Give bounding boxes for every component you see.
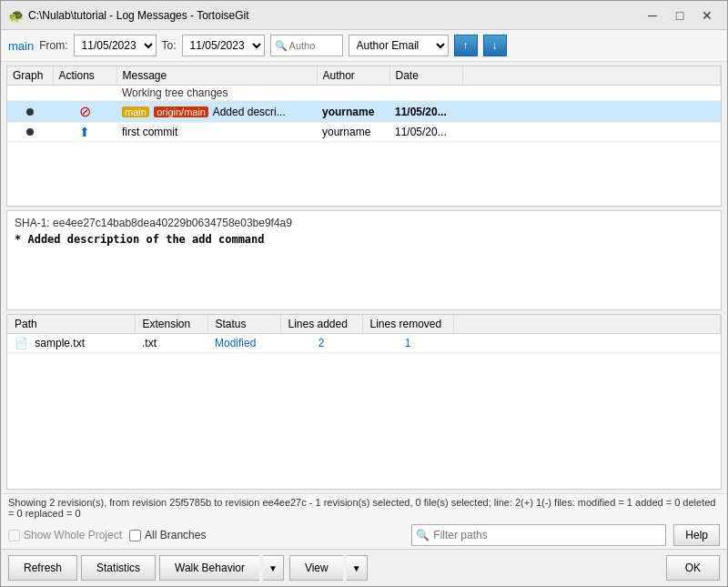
file-lines-removed: 1 [362,334,453,353]
window-controls: ─ □ ✕ [640,5,720,26]
row2-graph [7,123,53,142]
toolbar: main From: 11/05/2023 To: 11/05/2023 🔍 A… [1,30,727,62]
minimize-button[interactable]: ─ [640,5,665,26]
row2-date: 11/05/20... [389,123,462,142]
from-label: From: [39,39,67,52]
file-status: Modified [207,334,280,353]
show-whole-project-label: Show Whole Project [8,529,122,541]
file-path: 📄 sample.txt [7,334,135,353]
file-col-status: Status [207,315,280,334]
main-window: 🐢 C:\Nulab\tutorial - Log Messages - Tor… [0,0,728,587]
col-date: Date [389,66,462,86]
titlebar: 🐢 C:\Nulab\tutorial - Log Messages - Tor… [1,1,727,30]
search-box: 🔍 [270,35,343,56]
up-button[interactable]: ↑ [454,35,478,56]
filter-search-icon: 🔍 [416,529,430,541]
tag-origin: origin/main [154,106,208,117]
status-bar: Showing 2 revision(s), from revision 25f… [1,493,727,521]
row1-actions: ⊘ [53,101,116,123]
to-date-select[interactable]: 11/05/2023 [182,35,265,56]
all-branches-checkbox[interactable] [129,530,141,541]
file-col-ext: Extension [135,315,207,334]
show-whole-project-checkbox[interactable] [8,530,20,541]
close-button[interactable]: ✕ [694,5,720,26]
maximize-button[interactable]: □ [667,5,693,26]
working-tree-row: Working tree changes [7,86,721,101]
view-button[interactable]: View [289,555,343,581]
bottom-options: Show Whole Project All Branches 🔍 Help [1,521,727,549]
author-email-select[interactable]: Author Email [349,35,449,56]
row2-author: yourname [317,123,389,142]
graph-dot-2 [26,128,34,136]
file-col-extra [453,315,721,334]
branch-link[interactable]: main [8,39,34,53]
row1-message: main origin/main Added descri... [116,101,317,123]
push-icon: ⬆ [79,125,90,139]
col-author: Author [317,66,389,86]
statistics-button[interactable]: Statistics [81,555,156,581]
window-title: C:\Nulab\tutorial - Log Messages - Torto… [28,9,640,22]
log-table-container: Graph Actions Message Author Date Workin… [6,66,722,207]
row1-message-text: Added descri... [213,106,286,118]
row1-date: 11/05/20... [389,101,462,123]
to-label: To: [162,39,177,52]
wt-graph [7,86,53,101]
col-message: Message [116,66,317,86]
file-col-removed: Lines removed [362,315,453,334]
refresh-button[interactable]: Refresh [8,555,77,581]
wt-actions [53,86,116,101]
file-lines-added: 2 [280,334,362,353]
tag-main: main [122,106,149,117]
commit-message: * Added description of the add command [15,233,713,246]
status-text: Showing 2 revision(s), from revision 25f… [8,497,715,519]
col-graph: Graph [7,66,53,86]
wt-author [317,86,389,101]
row2-message: first commit [116,123,317,142]
search-icon: 🔍 [275,40,288,52]
help-button[interactable]: Help [673,524,720,546]
detail-panel: SHA-1: ee4ee27c14bab8dea40229b0634758e03… [6,210,722,310]
wt-message: Working tree changes [116,86,317,101]
wt-date [389,86,462,101]
sha-line: SHA-1: ee4ee27c14bab8dea40229b0634758e03… [15,217,713,229]
files-table: Path Extension Status Lines added Lines … [7,315,721,353]
graph-dot [26,108,34,116]
file-col-added: Lines added [280,315,362,334]
col-actions: Actions [53,66,116,86]
files-panel: Path Extension Status Lines added Lines … [6,314,722,490]
app-icon: 🐢 [8,8,23,23]
file-icon: 📄 [15,337,28,349]
log-table: Graph Actions Message Author Date Workin… [7,66,721,142]
down-button[interactable]: ↓ [483,35,507,56]
file-ext: .txt [135,334,207,353]
from-date-select[interactable]: 11/05/2023 [74,35,157,56]
sha-label: SHA-1: [15,217,50,229]
error-icon: ⊘ [79,104,91,119]
file-col-path: Path [7,315,135,334]
file-row-1[interactable]: 📄 sample.txt .txt Modified 2 1 [7,334,721,353]
content-area: Graph Actions Message Author Date Workin… [1,62,727,549]
log-row-2[interactable]: ⬆ first commit yourname 11/05/20... [7,123,721,142]
filter-paths-input[interactable] [433,529,662,541]
row1-author: yourname [317,101,389,123]
all-branches-label: All Branches [129,529,206,541]
filter-container: 🔍 [411,524,666,546]
row2-actions: ⬆ [53,123,116,142]
walk-behavior-dropdown[interactable]: ▼ [263,555,284,581]
col-extra [462,66,721,86]
ok-button[interactable]: OK [666,555,720,581]
search-input[interactable] [289,40,339,51]
walk-behavior-button[interactable]: Walk Behavior [159,555,259,581]
log-row-1[interactable]: ⊘ main origin/main Added descri... yourn… [7,101,721,123]
sha-value: ee4ee27c14bab8dea40229b0634758e03be9f4a9 [53,217,292,229]
row1-graph [7,101,53,123]
bottom-buttons: Refresh Statistics Walk Behavior ▼ View … [1,549,727,586]
view-dropdown[interactable]: ▼ [347,555,368,581]
